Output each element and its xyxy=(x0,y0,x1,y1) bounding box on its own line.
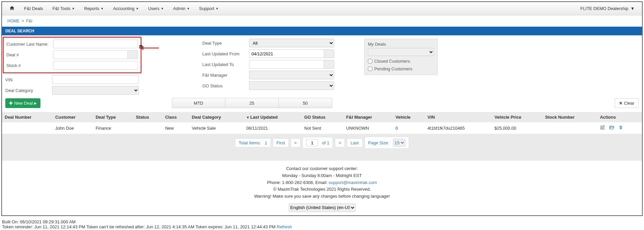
breadcrumb-home[interactable]: HOME xyxy=(7,19,19,23)
cell-deal-number xyxy=(2,122,53,134)
cell-deal-category: Vehicle Sale xyxy=(189,122,244,134)
dealership-dropdown[interactable]: FLITE DEMO Dealership▼ xyxy=(576,2,639,15)
calendar-icon[interactable] xyxy=(324,49,334,58)
th-customer[interactable]: Customer xyxy=(53,112,93,122)
last-updated-to-input[interactable] xyxy=(249,60,324,69)
deal-type-label: Deal Type xyxy=(202,41,249,46)
nav-support[interactable]: Support▼ xyxy=(194,2,223,15)
language-select[interactable]: English (United States) (en-US) xyxy=(289,203,356,212)
sort-desc-icon: ▼ xyxy=(246,116,250,119)
last-updated-to-label: Last Updated To xyxy=(202,62,249,67)
range-tabs: MTD 25 50 xyxy=(172,98,332,108)
nav-accounting[interactable]: Accounting▼ xyxy=(108,2,143,15)
cell-actions xyxy=(597,122,642,134)
cell-stock-number xyxy=(543,122,597,134)
section-header: DEAL SEARCH xyxy=(2,27,642,35)
deal-number-label: Deal # xyxy=(6,52,53,57)
top-navbar: F&I Deals F&I Tools▼ Reports▼ Accounting… xyxy=(2,2,642,15)
page-last[interactable]: Last xyxy=(347,138,363,147)
paginator: Total Items: 1 First < of 1 > Last Page … xyxy=(2,134,642,151)
tab-25[interactable]: 25 xyxy=(225,98,279,108)
nav-fi-tools[interactable]: F&I Tools▼ xyxy=(48,2,79,15)
folder-open-icon[interactable] xyxy=(609,125,615,131)
page-size-select[interactable]: 15 xyxy=(393,139,405,147)
th-deal-category[interactable]: Deal Category xyxy=(189,112,244,122)
clear-button[interactable]: ✕ Clear xyxy=(615,98,639,108)
nav-fi-deals[interactable]: F&I Deals xyxy=(19,2,48,15)
deal-type-select[interactable]: All xyxy=(249,39,334,47)
token-info: Token reminder: Jun 11, 2021 12:14:43 PM… xyxy=(2,224,277,229)
nav-users[interactable]: Users▼ xyxy=(144,2,169,15)
cell-fi-manager: UNKNOWN xyxy=(344,122,393,134)
my-deals-label: My Deals xyxy=(368,42,434,47)
closed-customers-label: Closed Customers xyxy=(374,59,410,64)
page-next[interactable]: > xyxy=(335,138,345,147)
breadcrumb-current: F&I xyxy=(26,19,32,23)
th-deal-type[interactable]: Deal Type xyxy=(93,112,133,122)
th-last-updated[interactable]: ▼Last Updated xyxy=(244,112,302,122)
caret-down-icon: ▼ xyxy=(100,7,103,10)
plus-icon: ✚ xyxy=(9,101,13,106)
th-vin[interactable]: VIN xyxy=(425,112,492,122)
go-status-select[interactable] xyxy=(249,81,334,90)
deal-category-label: Deal Category xyxy=(5,88,52,93)
footer-line4: © MaximTrak Technologies 2021 Rights Res… xyxy=(2,186,642,193)
th-class[interactable]: Class xyxy=(163,112,189,122)
go-status-label: GO Status xyxy=(202,83,249,88)
th-deal-number[interactable]: Deal Number xyxy=(2,112,53,122)
edit-icon[interactable] xyxy=(600,125,605,131)
new-deal-button[interactable]: ✚ New Deal ▶ xyxy=(5,98,40,108)
close-icon: ✕ xyxy=(619,101,623,106)
caret-down-icon: ▼ xyxy=(161,7,164,10)
caret-down-icon: ▼ xyxy=(187,7,190,10)
built-on: Built On: 06/10/2021 09:29:31.000 AM xyxy=(2,219,642,224)
build-info: Built On: 06/10/2021 09:29:31.000 AM Tok… xyxy=(0,217,644,230)
cell-vehicle: 0 xyxy=(393,122,425,134)
cell-go-status: Not Sent xyxy=(301,122,343,134)
tab-mtd[interactable]: MTD xyxy=(172,98,225,108)
stock-number-input[interactable] xyxy=(53,61,138,70)
home-icon[interactable] xyxy=(5,5,19,12)
breadcrumb: HOME > F&I xyxy=(2,15,642,27)
last-updated-from-label: Last Updated From xyxy=(202,51,249,56)
my-deals-select[interactable] xyxy=(368,48,434,56)
deal-category-select[interactable] xyxy=(52,86,139,95)
pending-customers-checkbox[interactable] xyxy=(368,67,372,71)
caret-down-icon: ▼ xyxy=(630,6,635,11)
th-go-status[interactable]: GO Status xyxy=(301,112,343,122)
refresh-link[interactable]: Refresh xyxy=(277,224,292,229)
calendar-icon[interactable] xyxy=(324,60,334,69)
th-vehicle[interactable]: Vehicle xyxy=(393,112,425,122)
last-updated-from-input[interactable] xyxy=(249,49,324,58)
trash-icon[interactable] xyxy=(619,125,623,131)
page-prev[interactable]: < xyxy=(291,138,301,147)
cell-vin: 4t1bf1fk7du210465 xyxy=(425,122,492,134)
fi-manager-select[interactable] xyxy=(249,71,334,79)
tab-50[interactable]: 50 xyxy=(279,98,332,108)
vin-input[interactable] xyxy=(52,75,139,84)
chevron-right-icon: ▶ xyxy=(34,101,37,105)
cell-deal-type: Finance xyxy=(93,122,133,134)
stock-number-label: Stock # xyxy=(6,63,53,68)
page-size: Page Size: 15 xyxy=(365,137,409,149)
th-stock-number[interactable]: Stock Number xyxy=(543,112,597,122)
th-vehicle-price[interactable]: Vehicle Price xyxy=(492,112,543,122)
cell-last-updated: 06/11/2021 xyxy=(244,122,302,134)
cell-vehicle-price: $25,000.00 xyxy=(492,122,543,134)
footer-line5: Warning! Make sure you save any changes … xyxy=(2,193,642,200)
th-status[interactable]: Status xyxy=(133,112,163,122)
customer-last-name-input[interactable] xyxy=(53,40,138,48)
caret-down-icon: ▼ xyxy=(136,7,139,10)
closed-customers-checkbox[interactable] xyxy=(368,59,372,63)
page-input[interactable] xyxy=(306,139,318,146)
footer: Contact our customer support center: Mon… xyxy=(2,161,642,215)
vin-label: VIN xyxy=(5,77,52,82)
th-fi-manager[interactable]: F&I Manager xyxy=(344,112,393,122)
page-first[interactable]: First xyxy=(273,138,288,147)
support-email-link[interactable]: support@maximtrak.com xyxy=(329,180,377,185)
nav-reports[interactable]: Reports▼ xyxy=(79,2,108,15)
deal-number-input[interactable] xyxy=(53,50,128,59)
nav-admin[interactable]: Admin▼ xyxy=(169,2,195,15)
deal-import-icon[interactable] xyxy=(128,50,138,59)
caret-down-icon: ▼ xyxy=(72,7,75,10)
